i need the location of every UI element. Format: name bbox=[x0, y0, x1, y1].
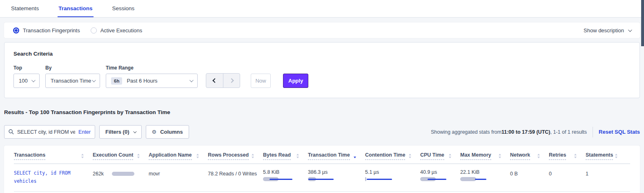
filters-button[interactable]: Filters (0) bbox=[99, 125, 142, 139]
sort-icon[interactable] bbox=[81, 154, 84, 158]
show-description-label: Show description bbox=[584, 27, 624, 34]
tab-transactions[interactable]: Transactions bbox=[58, 0, 93, 17]
view-toggle-group: Transaction Fingerprints Active Executio… bbox=[13, 27, 142, 34]
column-header-label: Retries bbox=[549, 152, 566, 160]
by-select-value: Transaction Time bbox=[51, 78, 91, 84]
column-header-network[interactable]: Network bbox=[510, 152, 549, 160]
by-label: By bbox=[45, 65, 100, 71]
column-header-label: Statements bbox=[586, 152, 613, 160]
time-range-value: Past 6 Hours bbox=[127, 78, 157, 84]
bar-blue-line bbox=[270, 179, 292, 180]
columns-button-label: Columns bbox=[160, 129, 183, 135]
by-field: By Transaction Time bbox=[45, 65, 100, 88]
sort-icon[interactable] bbox=[137, 154, 140, 158]
sort-icon[interactable] bbox=[296, 154, 299, 158]
next-window-button[interactable] bbox=[223, 74, 240, 88]
sort-icon[interactable] bbox=[252, 154, 254, 158]
time-range-badge: 6h bbox=[111, 77, 122, 85]
bar-blue-line bbox=[428, 179, 446, 180]
time-window-stepper bbox=[206, 73, 240, 88]
sort-up-icon bbox=[499, 154, 501, 155]
column-header-statements[interactable]: Statements bbox=[586, 152, 626, 160]
sql-search-box[interactable]: Enter bbox=[4, 125, 95, 139]
sort-up-icon bbox=[537, 154, 540, 155]
cell-barchart bbox=[460, 177, 510, 181]
filters-button-label: Filters (0) bbox=[105, 129, 129, 135]
chevron-down-icon bbox=[92, 78, 96, 82]
column-header-bytes-read[interactable]: Bytes Read bbox=[263, 152, 308, 160]
column-header-contention-time[interactable]: Contention Time bbox=[365, 152, 420, 160]
radio-unselected-icon bbox=[91, 27, 97, 34]
column-header-transactions[interactable]: Transactions bbox=[14, 152, 93, 160]
column-header-execution-count[interactable]: Execution Count bbox=[93, 152, 149, 160]
aggregated-stats-text: Showing aggregated stats from 11:00 to 1… bbox=[431, 129, 587, 135]
bar-blue-line bbox=[308, 179, 334, 180]
sort-down-icon bbox=[296, 157, 299, 158]
sort-icon[interactable] bbox=[449, 154, 451, 158]
radio-active-executions[interactable]: Active Executions bbox=[91, 27, 143, 34]
column-header-label: Contention Time bbox=[365, 152, 405, 160]
cell-barchart bbox=[308, 177, 365, 181]
now-button[interactable]: Now bbox=[251, 74, 271, 88]
tab-sessions[interactable]: Sessions bbox=[111, 0, 136, 17]
time-range-label: Time Range bbox=[106, 65, 198, 71]
table-cell-application-name: movr bbox=[149, 169, 208, 177]
column-header-label: Application Name bbox=[149, 152, 192, 160]
cell-value: 5.1 µs bbox=[365, 169, 420, 175]
column-header-application-name[interactable]: Application Name bbox=[149, 152, 208, 160]
radio-selected-icon bbox=[13, 27, 19, 34]
cell-barchart bbox=[365, 177, 420, 181]
column-header-retries[interactable]: Retries bbox=[549, 152, 586, 160]
results-heading: Results - Top 100 Transaction Fingerprin… bbox=[4, 109, 640, 115]
top-select-value: 100 bbox=[19, 78, 28, 84]
sort-down-icon bbox=[499, 157, 501, 158]
search-icon bbox=[9, 129, 14, 135]
column-header-label: Transaction Time bbox=[308, 152, 350, 160]
apply-button[interactable]: Apply bbox=[283, 74, 308, 88]
sql-search-input[interactable] bbox=[17, 129, 75, 135]
table-cell-rows-processed: 78.2 Reads / 0 Writes bbox=[208, 169, 263, 177]
by-select[interactable]: Transaction Time bbox=[45, 74, 100, 88]
radio-transaction-fingerprints[interactable]: Transaction Fingerprints bbox=[13, 27, 80, 34]
sort-icon[interactable] bbox=[537, 154, 540, 158]
time-range-field: Time Range 6h Past 6 Hours bbox=[106, 65, 198, 88]
time-range-select[interactable]: 6h Past 6 Hours bbox=[106, 74, 198, 88]
top-label: Top bbox=[13, 65, 40, 71]
table-cell-max-memory: 22.1 KiB bbox=[460, 169, 510, 181]
transaction-fingerprint-link[interactable]: SELECT city, id FROM vehicles bbox=[14, 170, 70, 184]
sort-icon[interactable] bbox=[574, 154, 577, 158]
column-header-max-memory[interactable]: Max Memory bbox=[460, 152, 510, 160]
sort-up-icon bbox=[196, 154, 199, 155]
sort-icon[interactable] bbox=[196, 154, 199, 158]
sort-icon[interactable] bbox=[409, 154, 411, 158]
reset-sql-stats-link[interactable]: Reset SQL Stats bbox=[599, 129, 640, 135]
table-cell-cpu-time: 40.9 µs bbox=[420, 169, 460, 181]
show-description-toggle[interactable]: Show description bbox=[584, 27, 631, 34]
scrollbar-thumb[interactable] bbox=[641, 0, 644, 46]
column-header-transaction-time[interactable]: Transaction Time bbox=[308, 152, 365, 160]
sort-up-icon bbox=[615, 154, 617, 155]
cell-value: 386.3 µs bbox=[308, 169, 365, 175]
top-select[interactable]: 100 bbox=[13, 74, 40, 88]
search-criteria-card: Search Criteria Top 100 By Transaction T… bbox=[4, 42, 640, 98]
column-header-label: Execution Count bbox=[93, 152, 133, 160]
previous-window-button[interactable] bbox=[206, 74, 223, 88]
cell-value: 40.9 µs bbox=[420, 169, 460, 175]
transactions-table-card: TransactionsExecution CountApplication N… bbox=[4, 146, 640, 193]
column-header-label: Rows Processed bbox=[208, 152, 249, 160]
chevron-down-icon bbox=[628, 28, 632, 32]
bar-gray bbox=[365, 177, 366, 181]
column-header-rows-processed[interactable]: Rows Processed bbox=[208, 152, 263, 160]
column-header-label: Bytes Read bbox=[263, 152, 291, 160]
sort-down-icon bbox=[81, 157, 84, 158]
columns-button[interactable]: ⚙ Columns bbox=[146, 125, 189, 139]
column-header-cpu-time[interactable]: CPU Time bbox=[420, 152, 460, 160]
sort-icon[interactable] bbox=[499, 154, 501, 158]
vertical-divider bbox=[593, 127, 593, 137]
sort-icon[interactable] bbox=[615, 154, 617, 158]
sort-icon[interactable] bbox=[354, 154, 356, 158]
tab-statements[interactable]: Statements bbox=[10, 0, 40, 17]
chevron-right-icon bbox=[229, 78, 234, 83]
search-enter-hint[interactable]: Enter bbox=[78, 129, 91, 135]
top-field: Top 100 bbox=[13, 65, 40, 88]
